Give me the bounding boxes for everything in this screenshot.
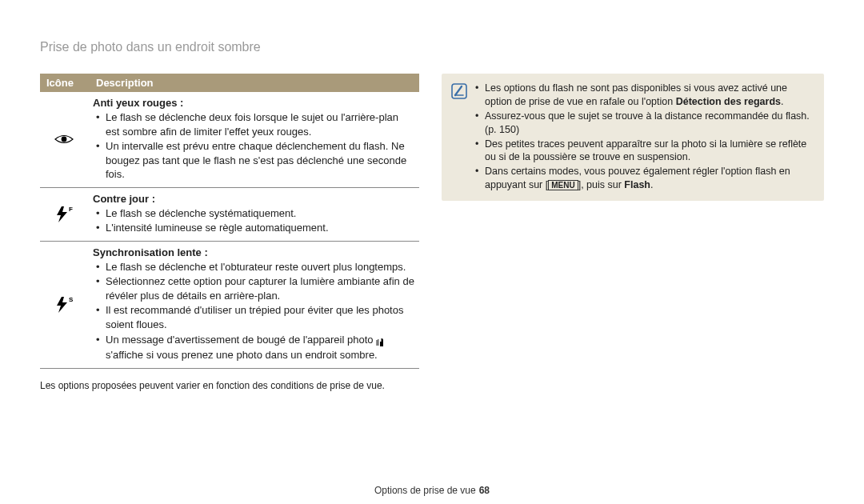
table-header-description: Description [90, 74, 419, 92]
bullet-text: Le flash se déclenche et l'obturateur re… [96, 260, 414, 274]
note-info-icon [451, 83, 467, 102]
bullet-text-a: Un message d'avertissement de bougé de l… [106, 334, 376, 346]
row-title: Synchronisation lente : [93, 246, 414, 258]
right-column: Les options du flash ne sont pas disponi… [442, 74, 824, 201]
description-cell: Contre jour : Le flash se déclenche syst… [90, 187, 419, 241]
page-footer: Options de prise de vue68 [0, 485, 864, 496]
left-column: Icône Description Anti yeux rouges : [40, 74, 419, 391]
red-eye-icon [54, 129, 74, 150]
note-box: Les options du flash ne sont pas disponi… [442, 74, 824, 201]
bullet-text: Le flash se déclenche systématiquement. [96, 206, 414, 221]
svg-text:F: F [69, 206, 73, 213]
fill-flash-icon: F [54, 205, 74, 224]
flash-options-table: Icône Description Anti yeux rouges : [40, 74, 419, 369]
note-bullet: Des petites traces peuvent apparaître su… [475, 138, 814, 165]
bullet-text: Un message d'avertissement de bougé de l… [96, 333, 414, 362]
bullet-text: L'intensité lumineuse se règle automatiq… [96, 221, 414, 235]
page-title: Prise de photo dans un endroit sombre [40, 40, 824, 54]
bullet-text: Sélectionnez cette option pour capturer … [96, 274, 414, 302]
slow-sync-flash-icon: S [54, 295, 74, 314]
svg-text:S: S [69, 296, 74, 303]
bullet-text: Le flash se déclenche deux fois lorsque … [96, 110, 414, 138]
bullet-text: Il est recommandé d'utiliser un trépied … [96, 303, 414, 331]
icon-cell [40, 92, 90, 187]
description-cell: Synchronisation lente : Le flash se décl… [90, 241, 419, 368]
note-b1b: Détection des regards [676, 96, 781, 107]
table-row: S Synchronisation lente : Le flash se dé… [40, 241, 419, 368]
bullet-text: Un intervalle est prévu entre chaque déc… [96, 139, 414, 182]
camera-shake-icon [376, 337, 386, 347]
content-columns: Icône Description Anti yeux rouges : [40, 74, 824, 391]
svg-point-0 [62, 137, 67, 142]
svg-rect-5 [452, 84, 466, 98]
table-header-icon: Icône [40, 74, 90, 92]
row-title: Contre jour : [93, 193, 414, 205]
table-footnote: Les options proposées peuvent varier en … [40, 380, 419, 391]
bullet-text-b: s'affiche si vous prenez une photo dans … [106, 349, 378, 361]
table-row: Anti yeux rouges : Le flash se déclenche… [40, 92, 419, 187]
svg-marker-1 [57, 206, 67, 222]
note-b4d: Flash [624, 179, 650, 190]
menu-button-label: MENU [548, 180, 578, 190]
footer-page-number: 68 [479, 485, 490, 496]
footer-section: Options de prise de vue [374, 485, 476, 496]
icon-cell: F [40, 187, 90, 241]
table-row: F Contre jour : Le flash se déclenche sy… [40, 187, 419, 241]
note-b4c: ], puis sur [578, 179, 625, 190]
note-b4e: . [650, 179, 653, 190]
note-bullet: Dans certains modes, vous pouvez égaleme… [475, 165, 814, 192]
icon-cell: S [40, 241, 90, 368]
svg-marker-3 [57, 297, 67, 313]
note-b1c: . [781, 96, 783, 107]
note-bullet: Assurez-vous que le sujet se trouve à la… [475, 110, 814, 137]
note-bullet: Les options du flash ne sont pas disponi… [475, 82, 814, 109]
description-cell: Anti yeux rouges : Le flash se déclenche… [90, 92, 419, 187]
row-title: Anti yeux rouges : [93, 97, 414, 109]
